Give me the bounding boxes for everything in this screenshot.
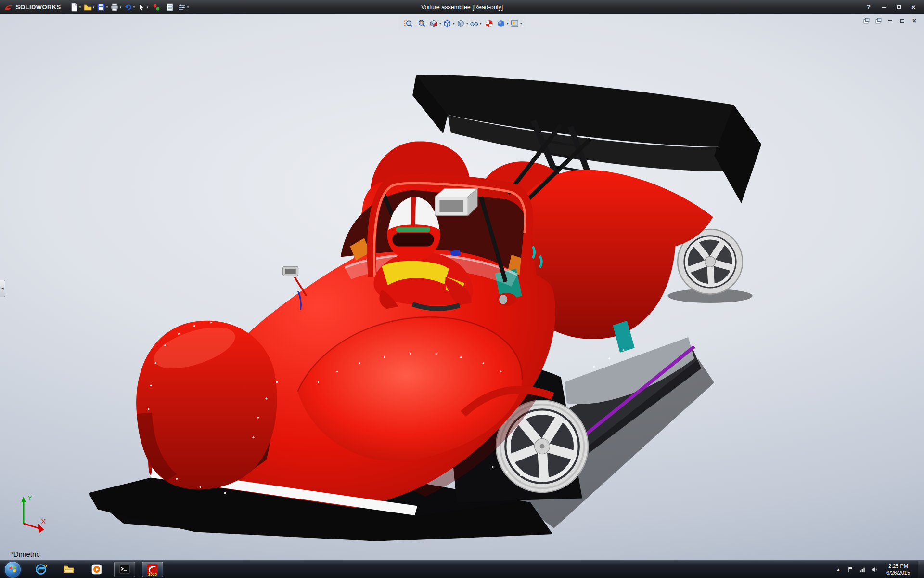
open-button[interactable]: ▾	[83, 1, 95, 13]
titlebar: SOLIDWORKS ▾▾▾▾▾▾▾ Voiture assemblee [Re…	[0, 0, 924, 14]
feature-panel-collapse-handle[interactable]: ◀	[0, 280, 5, 297]
print-button[interactable]: ▾	[110, 1, 122, 13]
taskbar-items: 2015	[30, 562, 163, 577]
taskbar-internet-explorer[interactable]	[30, 562, 51, 577]
document-window-controls: ×	[861, 16, 919, 25]
view-orientation-label: *Dimetric	[11, 550, 40, 558]
apply-scene-button[interactable]: ▾	[497, 17, 509, 29]
tray-action-center-icon[interactable]	[846, 565, 855, 574]
doc-minimize-button[interactable]	[886, 16, 895, 25]
maximize-button[interactable]	[892, 2, 905, 12]
rebuild-button[interactable]	[151, 1, 162, 13]
main-toolbar: ▾▾▾▾▾▾▾	[69, 1, 190, 13]
show-desktop-button[interactable]	[918, 561, 924, 578]
tray-icons: ▲	[834, 565, 879, 574]
window-controls: ?×	[862, 2, 920, 12]
doc-window-button[interactable]	[861, 16, 871, 25]
display-style-button[interactable]: ▾	[456, 17, 468, 29]
minimize-button[interactable]	[877, 2, 890, 12]
view-settings-button[interactable]: ▾	[510, 17, 522, 29]
windows-flag-icon	[8, 565, 18, 575]
zoom-to-area-button[interactable]	[416, 17, 428, 29]
graphics-viewport[interactable]: Y X ▾▾▾▾▾▾ × *Dimetric ◀	[0, 14, 924, 560]
taskbar-command-prompt[interactable]	[114, 562, 135, 577]
triad-y-label: Y	[28, 494, 32, 501]
solidworks-logo: SOLIDWORKS	[4, 3, 61, 11]
zoom-to-fit-button[interactable]	[402, 17, 414, 29]
rearview-mirror[interactable]	[435, 188, 477, 215]
solidworks-window: SOLIDWORKS ▾▾▾▾▾▾▾ Voiture assemblee [Re…	[0, 0, 924, 578]
taskbar-clock[interactable]: 2:25 PM 6/26/2015	[882, 563, 914, 577]
brand-name: SOLIDWORKS	[16, 3, 61, 11]
edit-appearance-button[interactable]	[483, 17, 495, 29]
model-canvas[interactable]: Y X	[0, 14, 924, 560]
new-button[interactable]: ▾	[70, 1, 81, 13]
tray-network-icon[interactable]	[858, 565, 867, 574]
taskbar-solidworks-2015[interactable]: 2015	[142, 562, 163, 577]
view-orientation-button[interactable]: ▾	[443, 17, 455, 29]
ds-logo-icon	[4, 4, 13, 11]
taskbar: 2015 ▲ 2:25 PM 6/26/2015	[0, 560, 924, 578]
tray-volume-icon[interactable]	[870, 565, 879, 574]
taskbar-media-player[interactable]	[86, 562, 107, 577]
taskbar-file-explorer[interactable]	[58, 562, 79, 577]
doc-restore-button[interactable]	[898, 16, 907, 25]
save-button[interactable]: ▾	[97, 1, 108, 13]
headsup-view-toolbar: ▾▾▾▾▾▾	[398, 16, 526, 30]
tray-hidden-icons-button[interactable]: ▲	[834, 565, 843, 574]
hide-show-items-button[interactable]: ▾	[470, 17, 482, 29]
doc-window-2-button[interactable]	[873, 16, 883, 25]
options-button[interactable]: ▾	[178, 1, 189, 13]
clock-time: 2:25 PM	[886, 563, 910, 569]
right-mirror[interactable]	[497, 293, 517, 306]
doc-close-button[interactable]: ×	[910, 16, 919, 25]
file-properties-button[interactable]	[164, 1, 176, 13]
triad-x-label: X	[41, 518, 46, 525]
left-fender-pontoon[interactable]	[136, 319, 277, 489]
close-button[interactable]: ×	[907, 2, 920, 12]
clock-date: 6/26/2015	[886, 569, 910, 576]
system-tray: ▲ 2:25 PM 6/26/2015	[834, 561, 924, 578]
select-button[interactable]: ▾	[137, 1, 149, 13]
start-button[interactable]	[5, 562, 21, 578]
help-button[interactable]: ?	[862, 2, 875, 12]
orientation-triad[interactable]: Y X	[21, 494, 46, 533]
section-view-button[interactable]: ▾	[429, 17, 441, 29]
undo-button[interactable]: ▾	[124, 1, 135, 13]
